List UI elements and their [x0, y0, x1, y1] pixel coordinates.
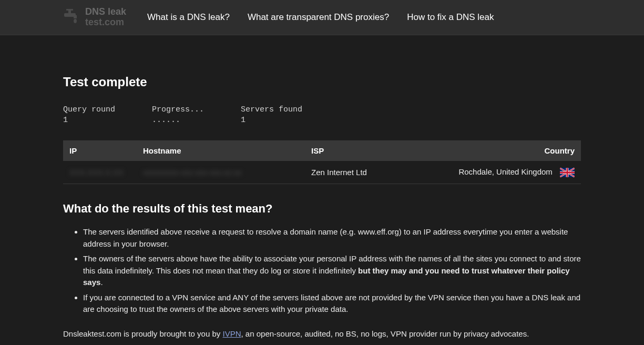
- header-ip: IP: [63, 141, 137, 161]
- status-query-round: Query round 1: [63, 105, 115, 125]
- servers-found-label: Servers found: [241, 105, 302, 114]
- logo-line2: test.com: [85, 17, 126, 28]
- explain-list: The servers identified above receive a r…: [63, 226, 581, 316]
- list-item: The servers identified above receive a r…: [83, 226, 581, 250]
- logo-text: DNS leak test.com: [85, 7, 126, 28]
- status-row: Query round 1 Progress... ...... Servers…: [63, 105, 581, 125]
- list-item: The owners of the servers above have the…: [83, 253, 581, 289]
- query-round-value: 1: [63, 116, 115, 125]
- cell-ip: XXX.XXX.X.XX: [63, 161, 137, 184]
- bullet2-part-c: .: [100, 278, 103, 287]
- header-isp: ISP: [305, 141, 423, 161]
- country-text: Rochdale, United Kingdom: [458, 167, 552, 176]
- cell-country: Rochdale, United Kingdom: [423, 161, 581, 184]
- list-item: If you are connected to a VPN service an…: [83, 292, 581, 316]
- footer-text: Dnsleaktest.com is proudly brought to yo…: [63, 328, 581, 340]
- ip-value: XXX.XXX.X.XX: [69, 168, 124, 177]
- nav-transparent-proxies[interactable]: What are transparent DNS proxies?: [248, 12, 389, 23]
- header-country: Country: [423, 141, 581, 161]
- svg-point-4: [74, 19, 77, 23]
- table-row: XXX.XXX.X.XX xxxxxxxxx-xxx.xxx-xxx.xx.xx…: [63, 161, 581, 184]
- servers-found-value: 1: [241, 116, 302, 125]
- nav-links: What is a DNS leak? What are transparent…: [147, 12, 494, 23]
- header-hostname: Hostname: [137, 141, 305, 161]
- query-round-label: Query round: [63, 105, 115, 114]
- explain-title: What do the results of this test mean?: [63, 202, 581, 216]
- progress-value: ......: [152, 116, 204, 125]
- site-logo[interactable]: DNS leak test.com: [63, 7, 126, 28]
- results-table: IP Hostname ISP Country XXX.XXX.X.XX xxx…: [63, 140, 581, 184]
- svg-rect-3: [74, 15, 77, 18]
- cell-isp: Zen Internet Ltd: [305, 161, 423, 184]
- ivpn-link[interactable]: IVPN: [223, 329, 241, 338]
- status-progress: Progress... ......: [152, 105, 204, 125]
- nav-what-is-dns-leak[interactable]: What is a DNS leak?: [147, 12, 230, 23]
- faucet-icon: [63, 9, 81, 26]
- svg-rect-1: [66, 9, 73, 11]
- page-title: Test complete: [63, 75, 581, 89]
- main-content: Test complete Query round 1 Progress... …: [0, 75, 644, 340]
- table-header-row: IP Hostname ISP Country: [63, 141, 581, 161]
- status-servers-found: Servers found 1: [241, 105, 302, 125]
- progress-label: Progress...: [152, 105, 204, 114]
- footer-pre: Dnsleaktest.com is proudly brought to yo…: [63, 329, 223, 338]
- uk-flag-icon: [560, 168, 575, 177]
- nav-how-to-fix[interactable]: How to fix a DNS leak: [407, 12, 494, 23]
- hostname-value: xxxxxxxxx-xxx.xxx-xxx.xx.xx: [143, 168, 242, 177]
- navbar: DNS leak test.com What is a DNS leak? Wh…: [0, 0, 644, 35]
- logo-line1: DNS leak: [85, 7, 126, 17]
- footer-post: , an open-source, audited, no BS, no log…: [241, 329, 529, 338]
- cell-hostname: xxxxxxxxx-xxx.xxx-xxx.xx.xx: [137, 161, 305, 184]
